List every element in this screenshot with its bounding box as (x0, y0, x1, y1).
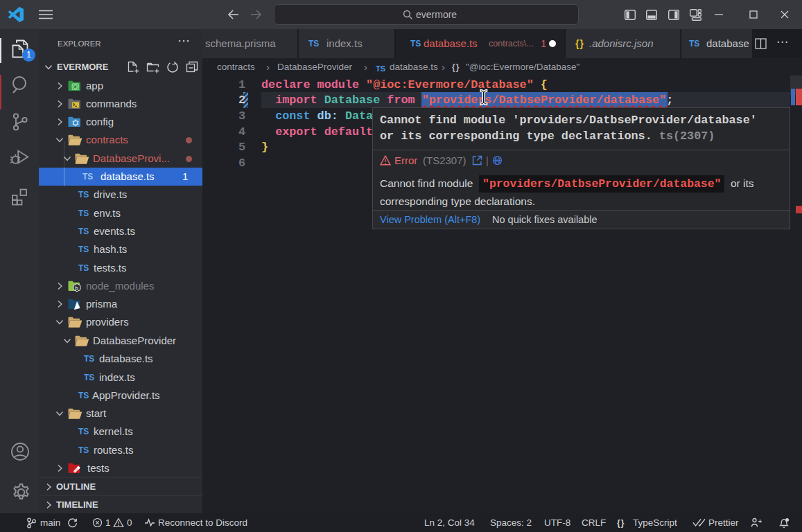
svg-text:js: js (74, 285, 78, 291)
